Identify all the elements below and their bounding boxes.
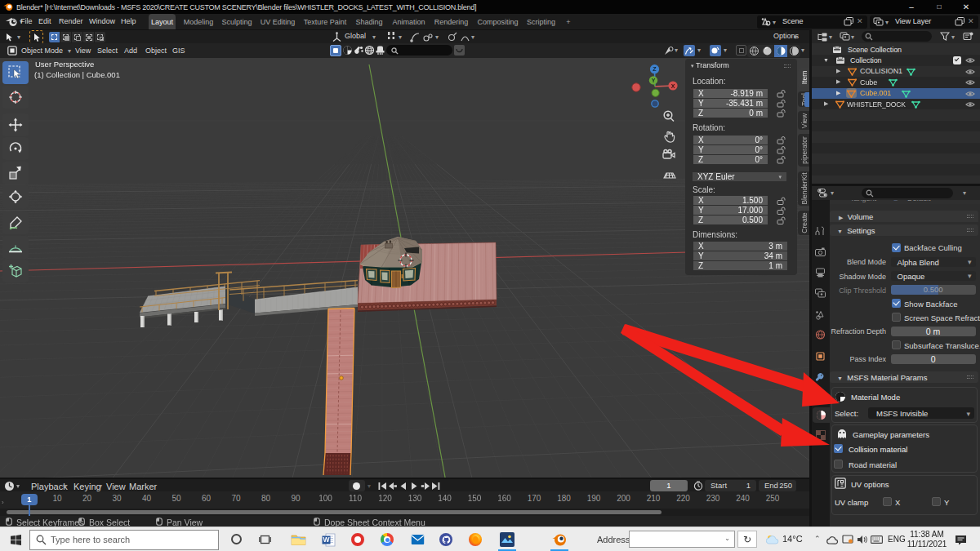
svg-text:X: X: [671, 83, 675, 89]
svg-text:(1) Collection | Cube.001: (1) Collection | Cube.001: [34, 70, 120, 79]
svg-text:Z: Z: [653, 66, 657, 72]
svg-text:User Perspective: User Perspective: [35, 60, 94, 69]
svg-text:Y: Y: [652, 78, 656, 83]
svg-text:W: W: [323, 535, 330, 544]
